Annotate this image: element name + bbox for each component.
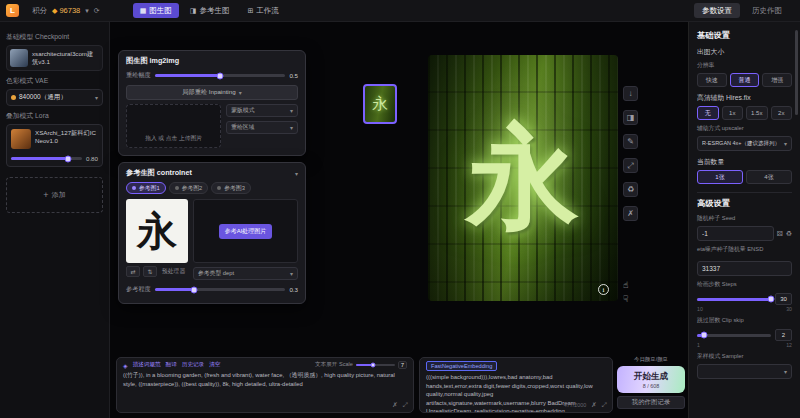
fullscreen-icon[interactable]: ⤢ (623, 158, 638, 173)
ref-tab-1[interactable]: 参考图1 (126, 182, 166, 194)
resolution-fast[interactable]: 快速 (697, 73, 727, 87)
toolbar-item-clear[interactable]: 清空 (209, 361, 220, 369)
sampler-label: 采样模式 Sampler (697, 352, 792, 361)
ref-tab-3[interactable]: 参考图3 (211, 182, 251, 194)
steps-range-marks: 10 30 (697, 306, 792, 312)
refresh-icon[interactable]: ⟳ (94, 7, 100, 15)
ref-tab-2[interactable]: 参考图2 (169, 182, 209, 194)
chevron-down-icon[interactable]: ▾ (85, 7, 89, 15)
trash-icon[interactable]: ✗ (591, 401, 596, 409)
ai-process-button[interactable]: 参考AI处理图片 (219, 224, 273, 239)
toolbar-item-standard[interactable]: 描述词规范 (133, 361, 161, 369)
workflow-icon: ⊞ (247, 7, 253, 15)
delete-icon[interactable]: ✗ (623, 206, 638, 221)
my-records-button[interactable]: 我的作图记录 (617, 396, 685, 409)
denoise-slider[interactable] (155, 74, 286, 77)
lora-card[interactable]: XSArchi_127新科幻ICNeov1.0 0.80 (6, 124, 103, 167)
expand-icon[interactable]: ⤢ (602, 401, 607, 409)
mask-mode-select[interactable]: 蒙版模式 ▾ (226, 104, 298, 117)
collapse-icon[interactable]: ▾ (295, 170, 298, 177)
steps-value: 30 (775, 293, 792, 305)
clip-skip-slider[interactable] (697, 334, 771, 337)
download-icon[interactable]: ↓ (623, 86, 638, 101)
main-nav: ▦ 图生图 ◨ 参考生图 ⊞ 工作流 (133, 3, 286, 18)
toolbar-item-history[interactable]: 历史记录 (182, 361, 204, 369)
upscaler-select[interactable]: R-ESRGAN 4x+（建议选择列） ▾ (697, 136, 792, 151)
app-root: L 积分 ◆ 96738 ▾ ⟳ ▦ 图生图 ◨ 参考生图 ⊞ 工作流 参数设置… (0, 0, 800, 418)
steps-min: 10 (697, 306, 703, 312)
status-dot-icon (132, 186, 136, 190)
points-badge[interactable]: ◆ 96738 (52, 6, 80, 15)
mask-area-select[interactable]: 重绘区域 ▾ (226, 121, 298, 134)
count-options: 1张 4张 (697, 170, 792, 184)
params-scrollbar[interactable] (795, 30, 798, 115)
reference-image[interactable]: 永 (126, 199, 188, 263)
nav-workflow[interactable]: ⊞ 工作流 (240, 3, 285, 18)
generate-button[interactable]: 开始生成 8 / 608 (617, 366, 685, 393)
positive-prompt-footer: ✗ ⤢ (392, 401, 408, 409)
mask-options: 蒙版模式 ▾ 重绘区域 ▾ (226, 104, 298, 148)
hires-none[interactable]: 无 (697, 106, 719, 120)
add-model-button[interactable]: + 添加 (6, 177, 103, 213)
tab-params[interactable]: 参数设置 (694, 3, 740, 18)
edit-icon[interactable]: ✎ (623, 134, 638, 149)
send-to-img2img-icon[interactable]: ◨ (623, 110, 638, 125)
checkpoint-title: 基础模型 Checkpoint (6, 32, 103, 42)
expand-icon[interactable]: ⤢ (403, 401, 408, 409)
negative-embedding-tag[interactable]: FastNegativeEmbedding (426, 361, 497, 371)
positive-prompt-input[interactable]: ((竹子)), in a blooming garden, (fresh and… (123, 371, 407, 388)
upload-dropzone[interactable]: 拖入 或 点击 上传图片 (126, 104, 221, 148)
hires-1-5x[interactable]: 1.5x (746, 106, 768, 120)
ref-type-select[interactable]: 参考类型 dept ▾ (193, 267, 298, 280)
resolution-normal[interactable]: 普通 (730, 73, 760, 87)
mask-area-label: 重绘区域 (231, 123, 254, 132)
model-sidebar: 基础模型 Checkpoint xsarchitectural3com建筑v3.… (0, 22, 110, 418)
plus-icon: + (43, 190, 48, 200)
add-model-label: 添加 (52, 190, 66, 200)
nav-ref-generate[interactable]: ◨ 参考生图 (183, 3, 237, 18)
preprocessor-row: ⇄ ⇅ 预处理器 (126, 266, 188, 277)
lora-weight-slider[interactable] (11, 157, 82, 160)
resolution-enhanced[interactable]: 增强 (762, 73, 792, 87)
hires-options: 无 1x 1.5x 2x (697, 106, 792, 120)
thumb-down-icon[interactable]: ☟ (623, 294, 628, 304)
seed-input[interactable] (697, 226, 774, 241)
app-logo-icon[interactable]: L (6, 4, 19, 17)
count-1[interactable]: 1张 (697, 170, 743, 184)
info-icon[interactable]: i (598, 284, 609, 295)
ensd-input[interactable] (697, 261, 792, 276)
sampler-select[interactable]: ▾ (697, 364, 792, 379)
vae-select[interactable]: 840000（通用） ▾ (6, 89, 103, 106)
trash-icon[interactable]: ✗ (392, 401, 397, 409)
clip-skip-range-marks: 1 12 (697, 342, 792, 348)
generate-cost: 8 / 608 (643, 383, 660, 389)
seed-label: 随机种子 Seed (697, 214, 792, 223)
toolbar-item-translate[interactable]: 翻译 (166, 361, 177, 369)
ref-strength-slider[interactable] (155, 288, 286, 291)
hires-1x[interactable]: 1x (722, 106, 744, 120)
tab-history[interactable]: 历史作图 (744, 3, 790, 18)
cfg-scale-slider[interactable] (356, 364, 395, 366)
controlnet-tabs: 参考图1 参考图2 参考图3 (119, 181, 305, 196)
checkpoint-card[interactable]: xsarchitectural3com建筑v3.1 (6, 45, 103, 71)
hires-2x[interactable]: 2x (771, 106, 793, 120)
count-4[interactable]: 4张 (746, 170, 792, 184)
inpaint-button[interactable]: 局部重绘 Inpainting ▾ (126, 85, 298, 100)
upload-hint: 拖入 或 点击 上传图片 (145, 134, 202, 143)
generated-image[interactable]: 永 (428, 55, 618, 301)
reuse-seed-icon[interactable]: ♻ (786, 230, 792, 238)
ref-type-value: 参考类型 dept (198, 269, 234, 278)
thumb-up-icon[interactable]: ☝ (623, 280, 628, 290)
controlnet-panel: 参考生图 controlnet ▾ 参考图1 参考图2 参考图3 永 (118, 162, 306, 304)
nav-img2img-label: 图生图 (149, 6, 172, 16)
dice-icon[interactable]: ⚄ (777, 230, 783, 238)
basic-settings-title: 基础设置 (697, 30, 792, 41)
result-thumbnail[interactable]: 永 (363, 84, 397, 124)
nav-img2img[interactable]: ▦ 图生图 (133, 3, 179, 18)
image-icon: ◨ (190, 7, 197, 15)
flip-horizontal-icon[interactable]: ⇄ (126, 266, 140, 277)
regenerate-icon[interactable]: ♻ (623, 182, 638, 197)
steps-slider[interactable] (697, 298, 771, 301)
flip-vertical-icon[interactable]: ⇅ (143, 266, 157, 277)
controlnet-body: 永 ⇄ ⇅ 预处理器 参考AI处理图片 参考类型 dept ▾ (119, 196, 305, 280)
